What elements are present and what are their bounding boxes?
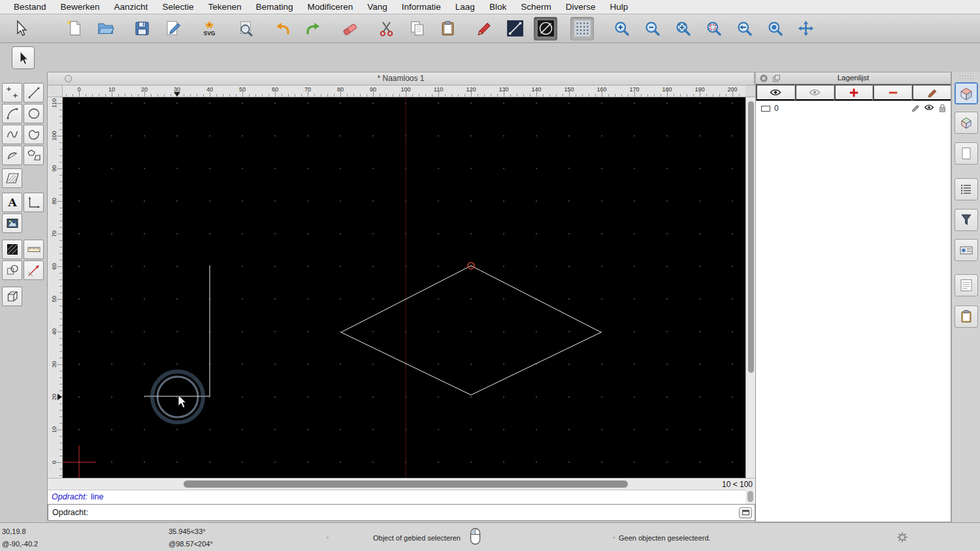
horizontal-scrollbar[interactable]: 10 < 100 bbox=[48, 478, 755, 490]
edit-drawing-button[interactable] bbox=[161, 17, 184, 40]
redo-button[interactable] bbox=[301, 17, 325, 40]
measure-ruler-tool[interactable] bbox=[24, 240, 44, 259]
grid-dot bbox=[307, 462, 308, 463]
zoom-previous-button[interactable] bbox=[732, 17, 756, 40]
hatch-fill-tool[interactable] bbox=[2, 240, 22, 259]
print-preview-button[interactable] bbox=[234, 17, 257, 40]
close-panel-icon[interactable] bbox=[759, 74, 768, 83]
menu-item-hulp[interactable]: Hulp bbox=[602, 0, 635, 14]
drawing-canvas[interactable] bbox=[63, 97, 745, 478]
line-style-button[interactable] bbox=[503, 17, 527, 40]
copy-button[interactable] bbox=[405, 17, 429, 40]
menu-item-selectie[interactable]: Selectie bbox=[155, 0, 201, 14]
menu-item-vang[interactable]: Vang bbox=[360, 0, 395, 14]
layer-row[interactable]: 0 bbox=[756, 101, 951, 116]
pen-button[interactable] bbox=[472, 17, 496, 40]
arc-tool[interactable] bbox=[2, 104, 22, 123]
ellipse-nofill-button[interactable] bbox=[534, 17, 557, 40]
notes-panel-button[interactable] bbox=[955, 274, 978, 296]
zoom-selection-button[interactable] bbox=[763, 17, 787, 40]
vertical-scrollbar[interactable] bbox=[745, 97, 755, 478]
spline-tool[interactable] bbox=[2, 125, 22, 144]
views-panel-button[interactable] bbox=[955, 112, 978, 134]
menu-item-informatie[interactable]: Informatie bbox=[395, 0, 448, 14]
grid-dot bbox=[176, 200, 178, 202]
pan-button[interactable] bbox=[794, 17, 817, 40]
svg-export-button[interactable]: SVG bbox=[197, 17, 221, 40]
grid-dot bbox=[470, 396, 472, 398]
layer-lock-icon[interactable] bbox=[938, 103, 947, 113]
arc-chord-tool[interactable] bbox=[2, 146, 22, 165]
add-layer-button[interactable] bbox=[834, 84, 874, 101]
line-tool[interactable] bbox=[24, 83, 44, 102]
polygon-tool[interactable] bbox=[24, 146, 44, 165]
remove-layer-button[interactable] bbox=[873, 84, 912, 101]
vertical-scrollbar-thumb[interactable] bbox=[748, 101, 754, 373]
layer-color-swatch[interactable] bbox=[761, 106, 770, 112]
sheet-panel-button[interactable] bbox=[955, 142, 978, 165]
grid-dot bbox=[144, 135, 145, 136]
command-expand-button[interactable] bbox=[739, 507, 752, 518]
list-panel-button[interactable] bbox=[955, 178, 978, 200]
grid-dot bbox=[634, 331, 635, 332]
show-all-layers-button[interactable] bbox=[756, 84, 795, 101]
select-tool-button[interactable] bbox=[9, 17, 33, 40]
edit-layer-button[interactable] bbox=[912, 84, 951, 101]
zoom-in-button[interactable] bbox=[610, 17, 633, 40]
freeform-tool[interactable] bbox=[24, 125, 44, 144]
layer-edit-pencil-icon[interactable] bbox=[911, 103, 920, 112]
layer-visibility-eye-icon[interactable] bbox=[924, 103, 934, 112]
menu-item-tekenen[interactable]: Tekenen bbox=[201, 0, 248, 14]
menu-item-scherm[interactable]: Scherm bbox=[514, 0, 559, 14]
current-tool-button[interactable] bbox=[12, 46, 35, 69]
text-tool[interactable]: A bbox=[2, 193, 22, 212]
save-button[interactable] bbox=[130, 17, 154, 40]
image-tool[interactable] bbox=[2, 213, 22, 233]
ellipse-tool[interactable] bbox=[24, 104, 44, 123]
grid-dot bbox=[144, 266, 145, 267]
history-scrollbar-thumb[interactable] bbox=[747, 491, 753, 502]
dimension-arrow-tool[interactable] bbox=[24, 260, 44, 280]
menu-item-bestand[interactable]: Bestand bbox=[7, 0, 54, 14]
ruler-v-marker[interactable] bbox=[57, 394, 62, 400]
menu-item-aanzicht[interactable]: Aanzicht bbox=[107, 0, 155, 14]
history-scrollbar[interactable] bbox=[745, 490, 755, 504]
undo-button[interactable] bbox=[270, 17, 294, 40]
grid-dot bbox=[274, 266, 276, 267]
menu-item-diverse[interactable]: Diverse bbox=[559, 0, 603, 14]
paste-button[interactable] bbox=[436, 17, 459, 40]
cut-button[interactable] bbox=[374, 17, 398, 40]
shape-edit-tool[interactable] bbox=[2, 260, 22, 280]
eye-hidden-icon bbox=[808, 87, 821, 97]
drawing-svg[interactable] bbox=[63, 97, 745, 478]
box-3d-tool[interactable] bbox=[2, 287, 22, 306]
grid-snap-button[interactable] bbox=[570, 17, 594, 40]
command-input[interactable] bbox=[91, 506, 739, 519]
menu-item-bemating[interactable]: Bemating bbox=[248, 0, 300, 14]
hatch-shape-tool[interactable] bbox=[2, 168, 22, 188]
clipboard-panel-button[interactable] bbox=[955, 306, 978, 328]
zoom-extents-button[interactable] bbox=[671, 17, 694, 40]
filter-panel-button[interactable] bbox=[955, 209, 978, 231]
minus-icon bbox=[888, 87, 898, 98]
points-tool[interactable] bbox=[2, 83, 22, 102]
hide-layers-button[interactable] bbox=[795, 84, 834, 101]
menu-item-blok[interactable]: Blok bbox=[482, 0, 514, 14]
dock-panel-icon[interactable] bbox=[772, 74, 781, 83]
menu-item-modificeren[interactable]: Modificeren bbox=[301, 0, 361, 14]
zoom-out-button[interactable] bbox=[640, 17, 664, 40]
erase-button[interactable] bbox=[338, 17, 361, 40]
print-layout-panel-button[interactable] bbox=[955, 239, 978, 261]
open-file-button[interactable] bbox=[93, 17, 117, 40]
gear-icon[interactable] bbox=[896, 531, 908, 543]
menu-item-bewerken[interactable]: Bewerken bbox=[54, 0, 107, 14]
dimension-corner-tool[interactable] bbox=[24, 193, 44, 212]
ruler-h-marker[interactable] bbox=[174, 92, 180, 97]
drag-grip-icon[interactable] bbox=[959, 75, 973, 81]
menu-item-laag[interactable]: Laag bbox=[448, 0, 482, 14]
horizontal-scrollbar-thumb[interactable] bbox=[184, 480, 628, 488]
zoom-window-button[interactable] bbox=[702, 17, 725, 40]
document-titlebar[interactable]: * Naamloos 1 bbox=[48, 72, 754, 86]
new-document-button[interactable] bbox=[63, 17, 86, 40]
properties-panel-button[interactable] bbox=[955, 82, 978, 104]
